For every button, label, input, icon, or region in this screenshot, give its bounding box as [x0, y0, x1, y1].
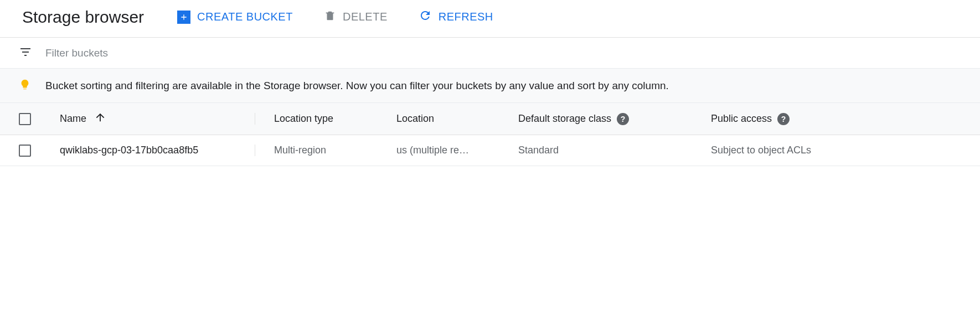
help-icon[interactable]: ?: [777, 113, 790, 125]
refresh-icon: [419, 9, 432, 25]
info-banner: Bucket sorting and filtering are availab…: [0, 69, 980, 103]
public-access-value: Subject to object ACLs: [711, 145, 811, 156]
location-cell: us (multiple re…: [388, 145, 509, 156]
refresh-button[interactable]: REFRESH: [419, 7, 493, 27]
location-value: us (multiple re…: [396, 145, 469, 156]
row-checkbox[interactable]: [19, 145, 31, 157]
row-checkbox-cell: [0, 145, 51, 157]
plus-icon: [177, 11, 190, 24]
filter-bar: [0, 38, 980, 69]
page-title: Storage browser: [22, 8, 144, 27]
column-location-label: Location: [396, 113, 434, 125]
help-icon[interactable]: ?: [617, 113, 629, 125]
delete-label: DELETE: [343, 11, 388, 23]
select-all-checkbox[interactable]: [19, 113, 31, 125]
action-buttons: CREATE BUCKET DELETE REFRESH: [177, 7, 493, 27]
table-header-row: Name Location type Location Default stor…: [0, 103, 980, 135]
filter-input[interactable]: [45, 47, 961, 59]
column-name-label: Name: [60, 113, 86, 125]
filter-icon[interactable]: [19, 45, 32, 60]
column-header-storage-class[interactable]: Default storage class ?: [509, 113, 702, 125]
public-access-cell: Subject to object ACLs: [702, 145, 868, 156]
column-storage-class-label: Default storage class: [518, 113, 611, 125]
storage-class-cell: Standard: [509, 145, 702, 156]
location-type-value: Multi-region: [274, 145, 326, 156]
location-type-cell: Multi-region: [255, 145, 388, 156]
bucket-name: qwiklabs-gcp-03-17bb0caa8fb5: [60, 145, 198, 156]
create-bucket-button[interactable]: CREATE BUCKET: [177, 8, 293, 26]
column-header-location[interactable]: Location: [388, 113, 509, 125]
column-header-location-type[interactable]: Location type: [255, 113, 388, 125]
banner-text: Bucket sorting and filtering are availab…: [45, 80, 669, 92]
column-header-name[interactable]: Name: [51, 111, 255, 126]
column-public-access-label: Public access: [711, 113, 772, 125]
column-header-public-access[interactable]: Public access ?: [702, 113, 868, 125]
bucket-name-cell[interactable]: qwiklabs-gcp-03-17bb0caa8fb5: [51, 145, 255, 156]
lightbulb-icon: [19, 79, 31, 92]
table-row: qwiklabs-gcp-03-17bb0caa8fb5 Multi-regio…: [0, 135, 980, 166]
page-header: Storage browser CREATE BUCKET DELETE REF…: [0, 0, 980, 38]
storage-class-value: Standard: [518, 145, 559, 156]
create-bucket-label: CREATE BUCKET: [197, 11, 293, 23]
sort-ascending-icon: [94, 111, 106, 126]
column-location-type-label: Location type: [274, 113, 333, 125]
trash-icon: [324, 9, 336, 25]
select-all-cell: [0, 113, 51, 125]
refresh-label: REFRESH: [439, 11, 493, 23]
delete-button[interactable]: DELETE: [324, 7, 388, 27]
